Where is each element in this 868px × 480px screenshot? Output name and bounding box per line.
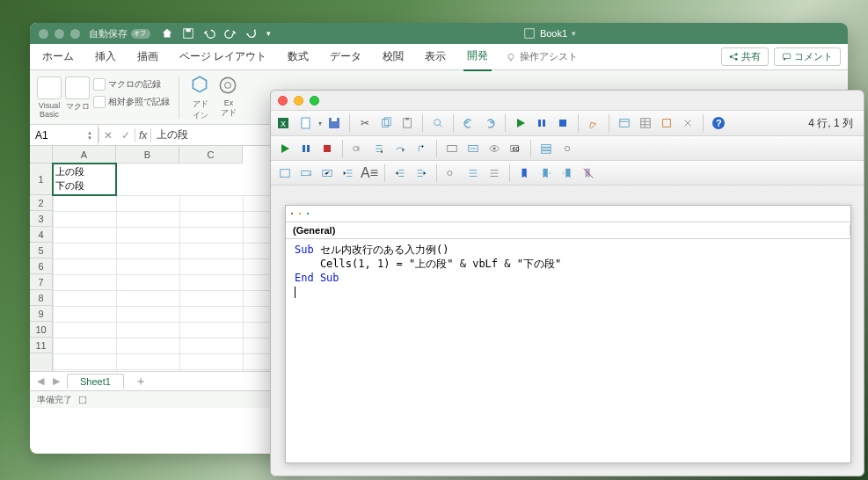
complete-word-icon[interactable] [318,164,336,182]
undo-icon[interactable] [203,27,215,40]
formula-value[interactable]: 上の段 [151,127,188,142]
outdent-icon[interactable] [391,164,409,182]
tab-home[interactable]: ホーム [39,44,77,70]
design-mode-icon[interactable] [585,114,602,132]
row-header-4[interactable]: 4 [30,227,52,243]
row-header-3[interactable]: 3 [30,211,52,227]
run-icon[interactable] [512,114,529,132]
zoom-icon[interactable] [310,96,319,105]
breakpoint-icon[interactable] [349,140,367,157]
watch-icon[interactable] [485,140,503,157]
row-header-1[interactable]: 1 [30,164,52,195]
param-info-icon[interactable] [297,164,315,182]
chevron-down-icon[interactable]: ▾ [572,29,576,38]
immediate-icon[interactable] [464,140,482,157]
col-header-c[interactable]: C [179,146,243,164]
break-icon[interactable] [533,114,551,132]
code-editor[interactable]: Sub セル内改行のある入力例() Cells(1, 1) = "上の段" & … [286,239,850,302]
tab-review[interactable]: 校閲 [379,44,407,70]
cancel-icon[interactable]: ✕ [99,129,117,142]
minimize-icon[interactable] [299,213,301,215]
format-icon[interactable]: A≡ [361,164,378,182]
col-header-a[interactable]: A [53,146,116,164]
stop-icon[interactable] [318,140,336,157]
new-icon[interactable] [297,114,315,132]
call-stack-icon[interactable] [537,140,555,157]
comment-button[interactable]: コメント [774,47,841,66]
redo-icon[interactable] [481,114,499,132]
dropdown-icon[interactable]: ▾ [318,120,322,127]
col-header-b[interactable]: B [116,146,179,164]
excel-addins-button[interactable]: Ex アド [216,74,241,119]
select-all-corner[interactable] [30,146,53,164]
tab-view[interactable]: 表示 [421,44,449,70]
minimize-icon[interactable] [294,96,303,105]
next-bookmark-icon[interactable] [537,164,555,182]
relative-ref-button[interactable]: 相対参照で記録 [93,96,170,108]
fx-icon[interactable]: fx [139,129,147,142]
properties-icon[interactable] [637,114,654,132]
step-over-icon[interactable] [391,140,409,157]
tab-formulas[interactable]: 数式 [284,44,312,70]
share-button[interactable]: 共有 [721,47,769,66]
close-icon[interactable] [291,213,293,215]
redo-icon[interactable] [224,27,237,40]
link-icon[interactable] [558,140,576,157]
macros-button[interactable]: マクロ [65,76,90,113]
project-explorer-icon[interactable] [616,114,633,132]
tab-draw[interactable]: 描画 [134,44,162,70]
autosave-toggle[interactable]: 自動保存 [89,27,150,40]
window-controls[interactable] [39,29,80,39]
quick-watch-icon[interactable]: 60 [507,140,524,157]
add-sheet-button[interactable]: ＋ [129,374,152,389]
tab-nav-prev[interactable]: ◀ [35,375,46,387]
continue-icon[interactable] [276,140,294,157]
save-icon[interactable] [325,114,343,132]
prev-bookmark-icon[interactable] [558,164,576,182]
bookmark-icon[interactable] [516,164,534,182]
tell-me[interactable]: 操作アシスト [506,50,578,63]
find-icon[interactable] [429,114,447,132]
minimize-icon[interactable] [55,29,64,39]
uncomment-block-icon[interactable] [485,164,503,182]
row-header-6[interactable]: 6 [30,258,52,274]
locals-icon[interactable] [443,140,461,157]
refresh-icon[interactable] [245,27,258,40]
clear-bookmarks-icon[interactable] [580,164,597,182]
save-icon[interactable] [182,27,194,40]
indent-icon[interactable] [339,164,357,182]
tab-insert[interactable]: 挿入 [91,44,120,70]
zoom-icon[interactable] [307,213,309,215]
home-icon[interactable] [161,27,173,40]
row-header-10[interactable]: 10 [30,322,52,338]
row-header-9[interactable]: 9 [30,306,52,322]
row-header-8[interactable]: 8 [30,290,52,306]
sheet-tab-1[interactable]: Sheet1 [67,374,124,389]
list-members-icon[interactable] [276,164,294,182]
step-out-icon[interactable] [412,140,430,157]
indent2-icon[interactable] [412,164,430,182]
help-icon[interactable]: ? [710,114,727,132]
name-box[interactable]: A1 ▲▼ [30,125,98,145]
toolbox-icon[interactable] [679,114,697,132]
tab-data[interactable]: データ [326,44,365,70]
row-header-11[interactable]: 11 [30,338,52,353]
reset-icon[interactable] [554,114,572,132]
record-macro-button[interactable]: マクロの記録 [93,78,170,91]
tab-nav-next[interactable]: ▶ [51,375,62,387]
cell-a1[interactable]: 上の段 下の段 [53,164,116,195]
object-selector[interactable]: (General) [286,225,850,236]
step-into-icon[interactable] [370,140,388,157]
toggle-breakpoint-icon[interactable] [443,164,461,182]
copy-icon[interactable] [377,114,395,132]
tab-pagelayout[interactable]: ページ レイアウト [176,44,270,70]
cut-icon[interactable]: ✂ [356,114,374,132]
paste-icon[interactable] [398,114,416,132]
excel-icon[interactable]: X [276,114,294,132]
accessibility-icon[interactable] [77,395,88,405]
addins-button[interactable]: アド イン [188,74,213,121]
enter-icon[interactable]: ✓ [117,129,135,142]
namebox-stepper[interactable]: ▲▼ [87,130,92,141]
comment-block-icon[interactable] [464,164,482,182]
object-browser-icon[interactable] [658,114,675,132]
